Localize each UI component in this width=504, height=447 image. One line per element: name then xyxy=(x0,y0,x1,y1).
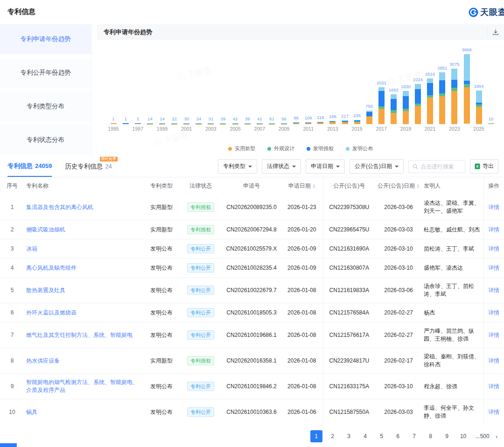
bar-segment xyxy=(439,72,445,80)
patent-name-link[interactable]: 侧吸式吸油烟机 xyxy=(26,226,65,233)
col-header-label: 公开(公告)号 xyxy=(333,182,365,189)
detail-link[interactable]: 详情 xyxy=(488,409,499,415)
filter-dropdown-0[interactable]: 专利类型 xyxy=(218,159,257,174)
cell-detail-link: 详情 xyxy=(483,239,504,258)
legend-item[interactable]: 发明公布 xyxy=(346,145,373,152)
patent-name-link[interactable]: 集流器及包含其的离心风机 xyxy=(26,204,93,210)
col-header-label: 发明人 xyxy=(424,182,441,189)
table-body: 1集流器及包含其的离心风机实用新型专利授权CN202620089235.0202… xyxy=(0,195,504,425)
cell-publication-date: 2026-03-06 xyxy=(375,195,422,220)
x-axis-tick: 2003 xyxy=(200,126,222,132)
sidebar-item-1[interactable]: 专利公开年份趋势 xyxy=(0,58,91,88)
patent-name-link[interactable]: 热水供应设备 xyxy=(26,357,60,364)
detail-link[interactable]: 详情 xyxy=(488,245,499,252)
cell-publication-number: CN121631690A xyxy=(323,239,375,258)
filter-label: 公开(公告)日期 xyxy=(355,162,392,170)
legend-dot xyxy=(267,147,271,151)
export-button[interactable]: 导出 xyxy=(470,159,498,174)
cell-law-status-badge: 专利公开 xyxy=(179,258,222,278)
chevron-right-icon[interactable]: › xyxy=(496,433,497,440)
filter-dropdown-1[interactable]: 法律状态 xyxy=(262,159,301,174)
page-button-8[interactable]: 8 xyxy=(425,430,437,442)
detail-link[interactable]: 详情 xyxy=(488,357,499,364)
law-status-badge: 专利公开 xyxy=(187,407,214,417)
cell-inventors: 凌杰达、梁稳、李翼、刘天一、盛艳军 xyxy=(422,195,483,220)
page-button-6[interactable]: 6 xyxy=(392,430,404,442)
sort-icon[interactable] xyxy=(417,183,420,189)
legend-label: 实用新型 xyxy=(235,145,255,152)
cell-publication-number: CN121630807A xyxy=(323,258,375,278)
sidebar-item-3[interactable]: 专利状态分布 xyxy=(0,125,91,155)
detail-link[interactable]: 详情 xyxy=(488,204,499,210)
page-button-...500[interactable]: ...500 xyxy=(474,430,491,442)
bottom-left-blue-strip xyxy=(0,443,17,447)
cell-publication-number: CN121587550A xyxy=(323,399,375,425)
cell-detail-link: 详情 xyxy=(483,278,504,303)
bar-1997 xyxy=(135,123,141,124)
legend-item[interactable]: 实用新型 xyxy=(228,145,255,152)
filter-dropdown-2[interactable]: 申请日期 xyxy=(306,159,345,174)
bar-value-label: 235 xyxy=(346,113,368,118)
tab-0[interactable]: 专利信息24059 xyxy=(7,156,52,177)
filter-dropdown-3[interactable]: 公开(公告)日期 xyxy=(350,159,404,174)
col-header-3: 法律状态 xyxy=(179,177,222,195)
patent-name-link[interactable]: 外环火盖以及燃烧器 xyxy=(26,309,77,316)
detail-link[interactable]: 详情 xyxy=(488,309,499,316)
bar-2002 xyxy=(196,123,202,124)
tab-1[interactable]: 历史专利信息24限时免费 xyxy=(65,156,112,177)
cell-detail-link: 详情 xyxy=(483,258,504,278)
detail-link[interactable]: 详情 xyxy=(488,226,499,233)
page-button-3[interactable]: 3 xyxy=(343,430,355,442)
page-button-5[interactable]: 5 xyxy=(376,430,388,442)
bar-segment xyxy=(269,124,275,125)
bar-segment xyxy=(488,124,494,124)
x-axis-tick: 2025 xyxy=(468,126,490,132)
sidebar-item-0[interactable]: 专利申请年份趋势 xyxy=(0,24,91,54)
bar-chart-plot: ⓒ 天眼查 ⓒ 天眼查 ⓒ 天眼查 实用新型外观设计发明授权发明公布 11995… xyxy=(97,40,504,156)
bar-segment xyxy=(391,94,397,99)
download-icon[interactable] xyxy=(487,27,499,38)
patent-name-link[interactable]: 散热装置及灶具 xyxy=(26,287,65,293)
bar-segment xyxy=(439,96,445,124)
detail-link[interactable]: 详情 xyxy=(488,265,499,271)
bar-segment xyxy=(147,124,153,125)
bar-segment xyxy=(391,113,397,124)
legend-item[interactable]: 发明授权 xyxy=(307,145,334,152)
page-button-1[interactable]: 1 xyxy=(310,430,322,442)
detail-link[interactable]: 详情 xyxy=(488,332,499,338)
chevron-down-icon xyxy=(292,166,296,169)
page-button-2[interactable]: 2 xyxy=(327,430,339,442)
search-input[interactable] xyxy=(420,163,462,170)
page-button-7[interactable]: 7 xyxy=(408,430,420,442)
patent-name-link[interactable]: 燃气灶及其烹饪控制方法、系统、智能厨电 xyxy=(26,332,133,338)
page-button-4[interactable]: 4 xyxy=(359,430,371,442)
cell-row-index: 3 xyxy=(0,239,24,258)
patent-name-link[interactable]: 离心风机及蜗壳组件 xyxy=(26,265,77,271)
chart-header: 专利申请年份趋势 xyxy=(97,24,504,40)
filter-label: 申请日期 xyxy=(311,162,333,170)
col-header-6: 公开(公告)号 xyxy=(323,177,375,195)
sort-icon[interactable] xyxy=(313,183,315,189)
page-button-9[interactable]: 9 xyxy=(441,430,453,442)
patent-name-link[interactable]: 智能厨电的烟气检测方法、系统、智能厨电、介质及程序产品 xyxy=(26,379,138,393)
law-status-badge: 专利授权 xyxy=(187,356,214,365)
detail-link[interactable]: 详情 xyxy=(488,383,499,390)
page-button-10[interactable]: 10 xyxy=(457,430,469,442)
cell-application-date: 2026-01-08 xyxy=(281,374,323,399)
detail-link[interactable]: 详情 xyxy=(488,287,499,293)
patent-name-link[interactable]: 冰箱 xyxy=(26,245,37,252)
filter-label: 法律状态 xyxy=(267,162,289,170)
bar-2011 xyxy=(305,122,311,124)
cell-patent-name-link: 离心风机及蜗壳组件 xyxy=(24,258,144,278)
table-row-2: 2侧吸式吸油烟机实用新型专利授权CN202620067294.82026-01-… xyxy=(0,220,504,239)
bar-2019 xyxy=(403,91,409,124)
search-icon xyxy=(413,164,418,169)
x-axis-tick: 2007 xyxy=(249,126,270,132)
patent-name-link[interactable]: 锅具 xyxy=(26,409,37,415)
legend-item[interactable]: 外观设计 xyxy=(267,145,294,152)
cell-patent-type: 发明公布 xyxy=(144,322,179,348)
bar-segment xyxy=(451,80,457,88)
cell-patent-name-link: 外环火盖以及燃烧器 xyxy=(24,303,144,322)
search-box[interactable] xyxy=(408,160,465,173)
sidebar-item-2[interactable]: 专利类型分布 xyxy=(0,91,91,121)
